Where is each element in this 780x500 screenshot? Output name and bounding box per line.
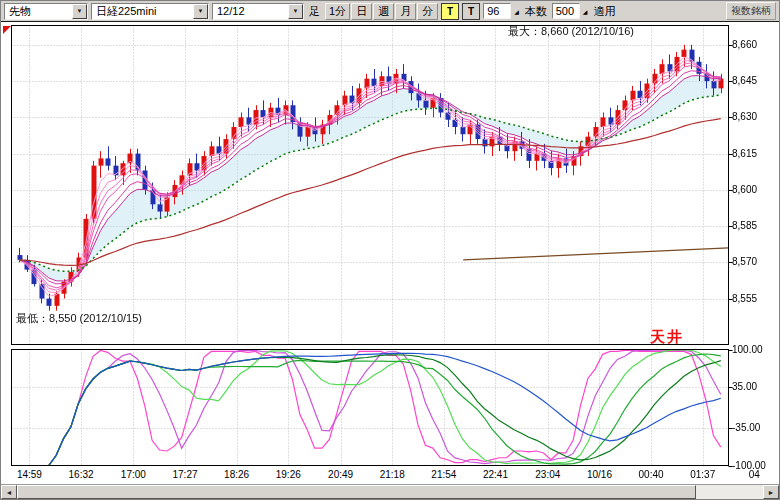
time-axis-label: 16:32 xyxy=(69,469,94,480)
price-axis-label: 8,615 xyxy=(732,148,757,159)
period-button-2[interactable]: 週 xyxy=(373,3,394,20)
time-axis-label: 19:26 xyxy=(276,469,301,480)
scrollbar-track[interactable] xyxy=(17,485,763,499)
time-axis-label: 17:27 xyxy=(172,469,197,480)
time-axis-label: 20:49 xyxy=(328,469,353,480)
max-price-annotation: 最大：8,660 (2012/10/16) xyxy=(508,24,634,39)
apply-button[interactable]: 適用 xyxy=(591,4,617,19)
price-axis-label: 8,645 xyxy=(732,75,757,86)
scrollbar-thumb[interactable] xyxy=(17,485,696,499)
price-axis-label: 8,555 xyxy=(732,293,757,304)
left-arrow-icon: ◄ xyxy=(6,489,13,496)
price-axis-label: 8,660 xyxy=(732,39,757,50)
time-axis-label: 01:37 xyxy=(690,469,715,480)
oscillator-axis-label: 35.00 xyxy=(732,381,757,392)
price-axis-label: 8,570 xyxy=(732,256,757,267)
time-axis-label: 23:04 xyxy=(535,469,560,480)
bars-count-label: 本数 xyxy=(523,4,549,19)
dropdown-arrow-icon[interactable]: ▼ xyxy=(288,4,303,19)
period-button-0[interactable]: 1分 xyxy=(325,3,350,20)
t-button-1[interactable]: T xyxy=(441,3,459,20)
price-axis-label: 8,600 xyxy=(732,184,757,195)
min-price-annotation: 最低：8,550 (2012/10/15) xyxy=(16,311,142,326)
t-button-2[interactable]: T xyxy=(462,3,480,20)
right-arrow-icon: ► xyxy=(768,489,775,496)
trading-chart-window: 先物 ▼ 日経225mini ▼ 12/12 ▼ 足 1分日週月分 T T 96… xyxy=(0,0,780,500)
time-axis-label: 21:54 xyxy=(431,469,456,480)
time-axis-label: 04 xyxy=(749,469,760,480)
spin-icon[interactable]: ◢ xyxy=(514,8,519,15)
period-button-group: 1分日週月分 xyxy=(325,3,438,20)
period-button-3[interactable]: 月 xyxy=(395,3,416,20)
spin-icon[interactable]: ◢ xyxy=(583,8,588,15)
price-axis-label: 8,630 xyxy=(732,111,757,122)
toolbar: 先物 ▼ 日経225mini ▼ 12/12 ▼ 足 1分日週月分 T T 96… xyxy=(1,1,779,22)
date-dropdown-value: 12/12 xyxy=(213,5,288,17)
candlestick-chart-canvas[interactable] xyxy=(1,22,779,468)
time-axis-label: 00:40 xyxy=(639,469,664,480)
time-axis-label: 10/16 xyxy=(587,469,612,480)
scroll-left-button[interactable]: ◄ xyxy=(1,485,17,499)
period-button-1[interactable]: 日 xyxy=(351,3,372,20)
date-dropdown[interactable]: 12/12 ▼ xyxy=(212,3,304,20)
ashi-label: 足 xyxy=(307,4,322,19)
dropdown-arrow-icon[interactable]: ▼ xyxy=(193,4,208,19)
symbol-dropdown-value: 日経225mini xyxy=(92,4,193,19)
dropdown-arrow-icon[interactable]: ▼ xyxy=(72,4,87,19)
oscillator-axis-label: 100.00 xyxy=(732,344,763,355)
range-input[interactable]: 500 xyxy=(552,3,580,19)
time-axis-label: 14:59 xyxy=(17,469,42,480)
time-axis-label: 22:41 xyxy=(483,469,508,480)
market-dropdown-value: 先物 xyxy=(5,4,72,19)
bars-count-input[interactable]: 96 xyxy=(483,3,511,19)
chart-region: 最大：8,660 (2012/10/16) 最低：8,550 (2012/10/… xyxy=(1,22,779,484)
symbol-dropdown[interactable]: 日経225mini ▼ xyxy=(91,3,209,20)
period-button-4[interactable]: 分 xyxy=(417,3,438,20)
multi-symbol-button[interactable]: 複数銘柄 xyxy=(726,2,776,20)
time-axis-label: 18:26 xyxy=(224,469,249,480)
time-axis-label: 17:00 xyxy=(121,469,146,480)
scroll-right-button[interactable]: ► xyxy=(763,485,779,499)
horizontal-scrollbar: ◄ ► xyxy=(1,484,779,499)
market-dropdown[interactable]: 先物 ▼ xyxy=(4,3,88,20)
ceiling-signal-label: 天井 xyxy=(650,328,684,347)
oscillator-axis-label: -35.00 xyxy=(732,422,760,433)
time-axis-label: 21:18 xyxy=(380,469,405,480)
price-axis-label: 8,585 xyxy=(732,220,757,231)
